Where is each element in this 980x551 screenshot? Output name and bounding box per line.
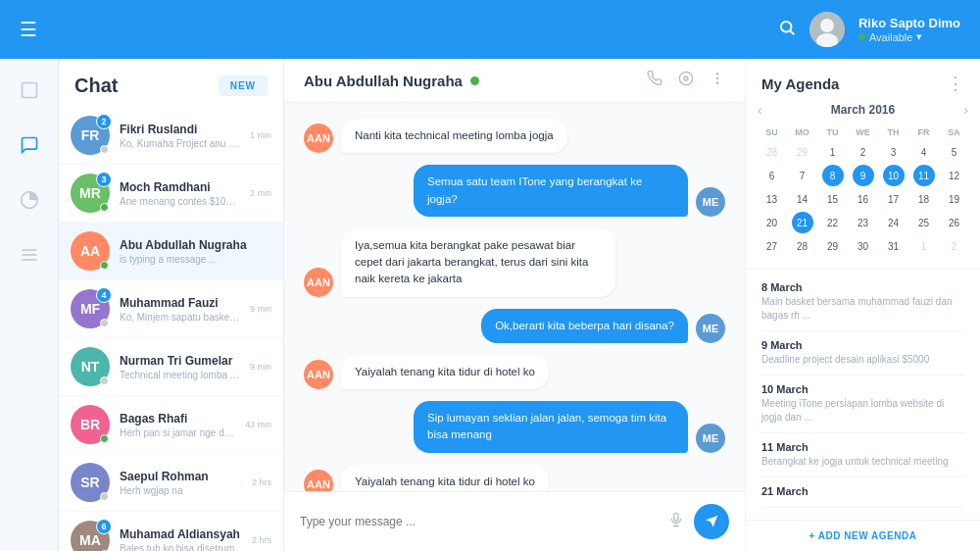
calendar-day[interactable]: 28 (792, 235, 813, 257)
svg-rect-15 (674, 513, 678, 521)
calendar-day[interactable]: 19 (944, 188, 965, 210)
calendar-day[interactable]: 17 (883, 188, 905, 210)
avatar-wrap: AA (71, 231, 110, 271)
calendar-day[interactable]: 18 (913, 188, 935, 210)
calendar-day[interactable]: 31 (883, 235, 905, 257)
add-agenda-button[interactable]: + ADD NEW AGENDA (746, 520, 980, 551)
calendar-day[interactable]: 26 (944, 212, 965, 233)
chat-list-item[interactable]: AA Abu Abdullah Nugraha is typing a mess… (59, 223, 283, 280)
chat-list-item[interactable]: BR Bagas Rhafi Herh pan si jamar nge dun… (59, 396, 283, 454)
message-avatar: ME (696, 314, 725, 343)
calendar-day[interactable]: 12 (944, 165, 965, 186)
message-bubble: Ok,berarti kita beberpa hari disana? (481, 309, 688, 343)
calendar-day[interactable]: 20 (761, 212, 783, 233)
chat-list-item[interactable]: MF 4 Muhammad Fauzi Ko, Minjem sapatu ba… (59, 280, 283, 338)
message-row: ME Semua satu team ITone yang berangkat … (304, 165, 725, 217)
calendar-day[interactable]: 11 (913, 165, 935, 186)
calendar-day[interactable]: 28 (761, 141, 783, 163)
chat-item-time: 9 min (250, 304, 271, 314)
video-icon[interactable] (678, 71, 694, 90)
sidebar-item-chart-icon[interactable] (12, 182, 47, 218)
search-icon[interactable] (778, 19, 796, 41)
chat-item-time: 1 min (250, 130, 271, 140)
new-chat-button[interactable]: NEW (219, 75, 268, 96)
calendar-day[interactable]: 9 (853, 165, 874, 186)
chat-item-info: Nurman Tri Gumelar Technical meeting lom… (120, 354, 240, 380)
avatar-wrap: MA 6 (71, 521, 110, 551)
calendar-day[interactable]: 21 (792, 212, 813, 233)
offline-dot (100, 319, 109, 327)
sidebar-item-settings-icon[interactable] (12, 237, 47, 273)
calendar-day[interactable]: 1 (913, 235, 935, 257)
chat-item-time: 2 hrs (252, 535, 271, 545)
avatar-wrap: MR 3 (71, 174, 110, 213)
agenda-panel: My Agenda ⋮ ‹ March 2016 › SUMOTUWETHFRS… (745, 59, 980, 551)
avatar-wrap: SR (71, 463, 110, 502)
chat-item-info: Bagas Rhafi Herh pan si jamar nge dunk .… (120, 412, 235, 438)
calendar-day[interactable]: 14 (792, 188, 813, 210)
message-avatar: ME (696, 187, 725, 217)
more-icon[interactable] (710, 71, 725, 90)
sidebar-item-message-icon[interactable] (12, 127, 47, 163)
chat-item-preview: Ane menang contes $1000 ... (120, 196, 240, 207)
calendar-day[interactable]: 10 (883, 165, 905, 186)
calendar-day[interactable]: 16 (853, 188, 874, 210)
calendar-day[interactable]: 30 (853, 235, 874, 257)
calendar-day[interactable]: 29 (792, 141, 813, 163)
chat-list-item[interactable]: FR 2 Fikri Ruslandi Ko, Kumaha Project a… (59, 107, 283, 165)
calendar-day-header: SU (758, 125, 786, 139)
chat-list-item[interactable]: NT Nurman Tri Gumelar Technical meeting … (59, 338, 283, 396)
hamburger-icon[interactable]: ☰ (20, 18, 37, 41)
calendar-day[interactable]: 25 (913, 212, 935, 233)
calendar-day[interactable]: 8 (822, 165, 844, 186)
calendar-day[interactable]: 1 (822, 141, 844, 163)
svg-point-3 (820, 19, 834, 32)
sidebar-item-chat-icon[interactable] (12, 73, 47, 108)
chat-item-info: Fikri Ruslandi Ko, Kumaha Project anu et… (120, 123, 240, 149)
calendar-day[interactable]: 27 (761, 235, 783, 257)
header: ☰ Riko Sapto Dimo Available ▾ (0, 0, 980, 59)
chat-item-name: Muhamad Aldiansyah (120, 527, 242, 541)
calendar-day[interactable]: 24 (883, 212, 905, 233)
calendar-day[interactable]: 13 (761, 188, 783, 210)
prev-month-button[interactable]: ‹ (758, 102, 762, 118)
calendar-day-header: TU (818, 125, 847, 139)
online-indicator (470, 76, 479, 85)
chat-item-time: 43 min (245, 420, 271, 429)
chat-input[interactable] (300, 515, 659, 528)
calendar-day[interactable]: 15 (822, 188, 844, 210)
chat-item-preview: Ko, Minjem sapatu basket ja ... (120, 312, 240, 323)
chat-item-info: Saepul Rohman Herh wgjap na (120, 470, 242, 496)
chat-list-item[interactable]: MA 6 Muhamad Aldiansyah Bales tuh ko bis… (59, 512, 283, 551)
agenda-item: 8 March Main basket bersama muhammad fau… (761, 274, 964, 331)
calendar-day[interactable]: 29 (822, 235, 844, 257)
calendar-day[interactable]: 2 (853, 141, 874, 163)
calendar-day[interactable]: 5 (944, 141, 965, 163)
chat-list-item[interactable]: SR Saepul Rohman Herh wgjap na 2 hrs (59, 454, 283, 512)
chat-list-header: Chat NEW (59, 59, 283, 107)
chat-list-item[interactable]: MR 3 Moch Ramdhani Ane menang contes $10… (59, 165, 283, 223)
mic-icon[interactable] (668, 512, 684, 531)
message-row: ME Ok,berarti kita beberpa hari disana? (304, 309, 725, 343)
svg-point-14 (716, 82, 717, 83)
avatar-wrap: MF 4 (71, 289, 110, 328)
message-row: AAN Iya,semua kita berangkat pake pesawa… (304, 228, 725, 297)
agenda-header: My Agenda ⋮ (746, 59, 980, 102)
calendar-day[interactable]: 7 (792, 165, 813, 186)
calendar-day[interactable]: 3 (883, 141, 905, 163)
calendar-day[interactable]: 2 (944, 235, 965, 257)
calendar-day[interactable]: 22 (822, 212, 844, 233)
calendar-day[interactable]: 4 (913, 141, 935, 163)
agenda-more-icon[interactable]: ⋮ (947, 73, 964, 94)
agenda-item-desc: Berangkat ke jogja untuk technical meeti… (761, 455, 964, 469)
chat-item-info: Muhamad Aldiansyah Bales tuh ko bisa dis… (120, 527, 242, 552)
send-button[interactable] (694, 504, 729, 539)
chat-input-area (284, 491, 745, 551)
next-month-button[interactable]: › (963, 102, 968, 118)
svg-line-1 (790, 30, 793, 33)
user-status: Available ▾ (858, 30, 960, 43)
calendar-day[interactable]: 23 (853, 212, 874, 233)
avatar-wrap: FR 2 (71, 116, 110, 155)
calendar-day[interactable]: 6 (761, 165, 783, 186)
phone-icon[interactable] (647, 71, 662, 90)
